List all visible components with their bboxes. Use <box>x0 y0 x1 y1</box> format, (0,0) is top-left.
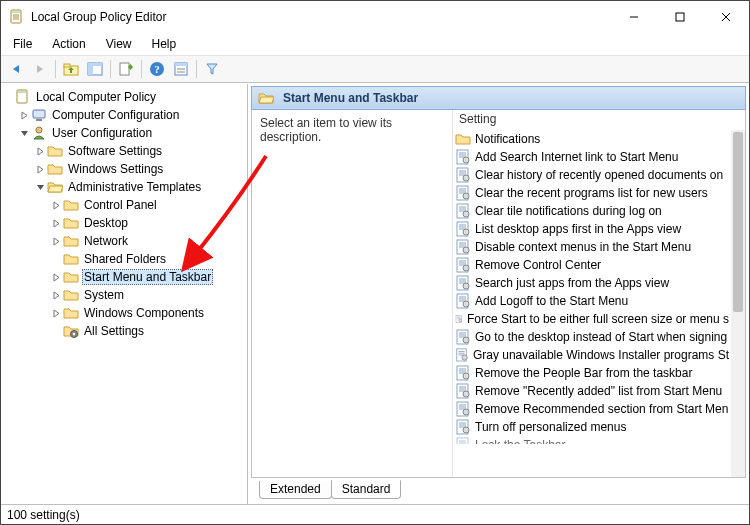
svg-text:?: ? <box>154 63 160 75</box>
settings-list[interactable]: NotificationsAdd Search Internet link to… <box>453 130 731 477</box>
policy-icon <box>455 329 471 345</box>
forward-button[interactable] <box>29 58 51 80</box>
setting-row[interactable]: Force Start to be either full screen siz… <box>453 310 731 328</box>
tree-windows-settings[interactable]: Windows Settings <box>33 160 247 178</box>
filter-button[interactable] <box>201 58 223 80</box>
setting-row[interactable]: Clear the recent programs list for new u… <box>453 184 731 202</box>
svg-point-102 <box>463 409 469 415</box>
setting-label: Go to the desktop instead of Start when … <box>475 330 727 344</box>
expand-icon[interactable] <box>49 309 63 318</box>
svg-point-37 <box>463 175 469 181</box>
setting-row[interactable]: List desktop apps first in the Apps view <box>453 220 731 238</box>
tree-root[interactable]: Local Computer Policy <box>1 88 247 106</box>
svg-point-67 <box>463 283 469 289</box>
svg-rect-14 <box>120 63 129 75</box>
tree-software-settings[interactable]: Software Settings <box>33 142 247 160</box>
svg-point-62 <box>463 265 469 271</box>
expand-icon[interactable] <box>49 291 63 300</box>
expand-icon[interactable] <box>49 201 63 210</box>
setting-row[interactable]: Add Search Internet link to Start Menu <box>453 148 731 166</box>
tree-user-config[interactable]: User Configuration <box>17 124 247 142</box>
tree-item-network[interactable]: Network <box>49 232 247 250</box>
folder-icon <box>63 197 79 213</box>
app-icon <box>9 9 25 25</box>
setting-label: Gray unavailable Windows Installer progr… <box>473 348 729 362</box>
setting-row[interactable]: Remove "Recently added" list from Start … <box>453 382 731 400</box>
svg-rect-24 <box>36 119 42 121</box>
setting-row[interactable]: Lock the Taskbar <box>453 436 731 454</box>
back-button[interactable] <box>5 58 27 80</box>
svg-rect-6 <box>676 13 684 21</box>
tree-item-control-panel[interactable]: Control Panel <box>49 196 247 214</box>
menubar: File Action View Help <box>1 33 749 55</box>
export-list-button[interactable] <box>115 58 137 80</box>
properties-button[interactable] <box>170 58 192 80</box>
expand-icon[interactable] <box>33 147 47 156</box>
setting-row[interactable]: Clear tile notifications during log on <box>453 202 731 220</box>
up-button[interactable] <box>60 58 82 80</box>
folder-icon <box>63 251 79 267</box>
close-button[interactable] <box>703 1 749 33</box>
svg-point-42 <box>463 193 469 199</box>
setting-label: Clear the recent programs list for new u… <box>475 186 708 200</box>
expand-icon[interactable] <box>33 165 47 174</box>
maximize-button[interactable] <box>657 1 703 33</box>
setting-row[interactable]: Remove the People Bar from the taskbar <box>453 364 731 382</box>
setting-row[interactable]: Remove Recommended section from Start Me… <box>453 400 731 418</box>
setting-row[interactable]: Turn off personalized menus <box>453 418 731 436</box>
setting-label: Add Search Internet link to Start Menu <box>475 150 678 164</box>
setting-row[interactable]: Disable context menus in the Start Menu <box>453 238 731 256</box>
menu-view[interactable]: View <box>98 35 140 53</box>
setting-row[interactable]: Gray unavailable Windows Installer progr… <box>453 346 731 364</box>
svg-point-47 <box>463 211 469 217</box>
tree-item-desktop[interactable]: Desktop <box>49 214 247 232</box>
collapse-icon[interactable] <box>33 183 47 192</box>
help-button[interactable]: ? <box>146 58 168 80</box>
tree-item-start-menu-and-taskbar[interactable]: Start Menu and Taskbar <box>49 268 247 286</box>
setting-row[interactable]: Notifications <box>453 130 731 148</box>
tree-computer-config[interactable]: Computer Configuration <box>17 106 247 124</box>
setting-label: Disable context menus in the Start Menu <box>475 240 691 254</box>
setting-row[interactable]: Search just apps from the Apps view <box>453 274 731 292</box>
expand-icon[interactable] <box>49 237 63 246</box>
tree-item-windows-components[interactable]: Windows Components <box>49 304 247 322</box>
svg-rect-13 <box>88 63 102 66</box>
vertical-scrollbar[interactable] <box>731 130 745 477</box>
expand-icon[interactable] <box>49 219 63 228</box>
folder-icon <box>455 131 471 147</box>
menu-help[interactable]: Help <box>144 35 185 53</box>
setting-row[interactable]: Go to the desktop instead of Start when … <box>453 328 731 346</box>
policy-icon <box>455 419 471 435</box>
show-hide-console-tree-button[interactable] <box>84 58 106 80</box>
setting-row[interactable]: Remove Control Center <box>453 256 731 274</box>
tree-item-system[interactable]: System <box>49 286 247 304</box>
scrollbar-thumb[interactable] <box>733 132 743 312</box>
collapse-icon[interactable] <box>17 129 31 138</box>
svg-point-82 <box>463 337 469 343</box>
svg-point-107 <box>463 427 469 433</box>
user-icon <box>31 125 47 141</box>
svg-rect-18 <box>175 63 187 66</box>
expand-icon[interactable] <box>17 111 31 120</box>
setting-row[interactable]: Add Logoff to the Start Menu <box>453 292 731 310</box>
window-title: Local Group Policy Editor <box>31 10 611 24</box>
folder-icon <box>63 233 79 249</box>
policy-icon <box>455 347 469 363</box>
menu-file[interactable]: File <box>5 35 40 53</box>
expand-icon[interactable] <box>49 273 63 282</box>
minimize-button[interactable] <box>611 1 657 33</box>
setting-label: Search just apps from the Apps view <box>475 276 669 290</box>
tree-item-shared-folders[interactable]: Shared Folders <box>49 250 247 268</box>
tab-extended[interactable]: Extended <box>259 481 332 499</box>
svg-point-27 <box>73 333 75 335</box>
statusbar: 100 setting(s) <box>1 504 749 524</box>
setting-label: Clear history of recently opened documen… <box>475 168 723 182</box>
setting-row[interactable]: Clear history of recently opened documen… <box>453 166 731 184</box>
titlebar: Local Group Policy Editor <box>1 1 749 33</box>
tree-pane[interactable]: Local Computer Policy Computer Configura… <box>1 84 248 504</box>
setting-column-header[interactable]: Setting <box>453 110 745 130</box>
tree-item-all-settings[interactable]: All Settings <box>49 322 247 340</box>
menu-action[interactable]: Action <box>44 35 93 53</box>
tab-standard[interactable]: Standard <box>331 480 402 499</box>
tree-admin-templates[interactable]: Administrative Templates <box>33 178 247 196</box>
